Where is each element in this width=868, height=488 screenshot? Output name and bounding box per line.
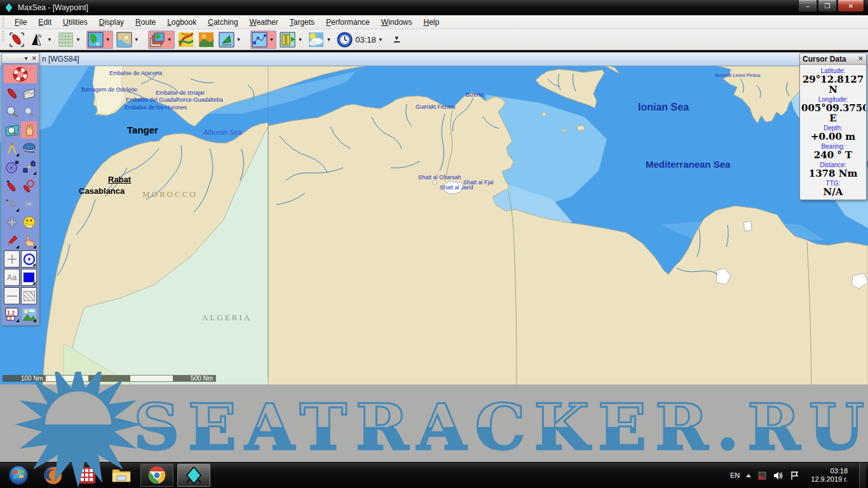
show-desktop-button[interactable] <box>859 463 865 488</box>
magnifier-large-icon <box>5 105 19 119</box>
raster-chart-tool[interactable]: R ▼ <box>116 32 140 48</box>
dropdown-caret[interactable]: ▼ <box>297 37 302 43</box>
topo-tool[interactable] <box>178 32 194 48</box>
clock[interactable]: 03:18 12.9.2019 г. <box>811 467 848 484</box>
tool-palette: ▾ ✕ <box>1 53 39 325</box>
language-indicator[interactable]: EN <box>730 471 740 479</box>
dropdown-caret[interactable]: ▼ <box>378 37 383 43</box>
north-tool[interactable]: N ▼ <box>29 32 53 48</box>
move-tool[interactable] <box>4 214 20 231</box>
palette-close-icon[interactable]: ✕ <box>32 55 37 62</box>
map-label-reservoir: Embalse de Aracena <box>109 70 162 76</box>
current-tool[interactable]: ▼ <box>219 32 243 48</box>
distance-value: 1378 Nm <box>801 168 865 179</box>
crosshair-style-button[interactable] <box>4 250 20 268</box>
photo-tool[interactable] <box>21 306 37 323</box>
menu-utilities[interactable]: Utilities <box>57 16 93 29</box>
grid-tool[interactable]: ▼ <box>58 32 82 48</box>
chart-canvas[interactable]: Embalse de Aracena Barragem de Odeleite … <box>0 66 868 385</box>
zoom-in-tool[interactable] <box>4 103 20 120</box>
menu-logbook[interactable]: Logbook <box>161 16 202 29</box>
calendar-icon: 1 2 3 <box>5 308 18 321</box>
menu-performance[interactable]: Performance <box>320 16 376 29</box>
menu-file[interactable]: File <box>9 16 32 29</box>
tray-date: 12.9.2019 г. <box>811 475 848 484</box>
time-tool[interactable]: 03:18 ▼ <box>337 32 384 48</box>
cursor-data-close-icon[interactable]: ✕ <box>858 55 864 63</box>
line-style-button[interactable] <box>4 287 20 304</box>
dropdown-caret[interactable]: ▼ <box>236 37 241 43</box>
menu-weather[interactable]: Weather <box>244 16 284 29</box>
action-center-flag-icon[interactable] <box>790 471 799 480</box>
pen-tool[interactable] <box>4 85 20 102</box>
circle-mark-tool[interactable] <box>21 177 37 194</box>
longitude-value: 005°09.3750 E <box>801 103 865 123</box>
scale-segment: 500 Nm <box>173 376 215 381</box>
tray-expand-icon[interactable] <box>746 474 751 477</box>
palette-menu-caret[interactable]: ▾ <box>25 55 28 62</box>
toolbar-overflow-caret[interactable]: ▼ <box>394 36 400 43</box>
mark-style-button[interactable] <box>21 250 37 268</box>
restore-button[interactable]: ❐ <box>818 0 837 12</box>
calendar-tool[interactable]: 1 2 3 <box>4 306 20 323</box>
annotate-pencil-tool[interactable] <box>4 232 20 249</box>
dropdown-caret[interactable]: ▼ <box>269 37 275 43</box>
map-label-alboran-sea: Alboran Sea <box>203 129 242 135</box>
dropdown-caret[interactable]: ▼ <box>47 37 52 43</box>
menu-display[interactable]: Display <box>93 16 130 29</box>
route-nodes-icon: + <box>22 160 36 174</box>
chart-layers-tool-active[interactable]: ▼ <box>148 30 175 49</box>
cut-tool[interactable]: ✂ <box>21 195 37 212</box>
dropdown-caret[interactable]: ▼ <box>105 37 111 43</box>
route-tool-active[interactable]: ▼ <box>250 30 277 49</box>
tide-tool[interactable]: ▼ <box>280 32 304 48</box>
mob-tool[interactable] <box>9 32 25 48</box>
emoticon-tool[interactable] <box>21 214 37 231</box>
fill-pattern-button[interactable] <box>21 287 37 304</box>
pan-tool-selected[interactable] <box>21 121 37 139</box>
menu-route[interactable]: Route <box>130 16 161 29</box>
chart-layers-icon <box>149 32 165 48</box>
menu-edit[interactable]: Edit <box>32 16 57 29</box>
dropdown-caret[interactable]: ▼ <box>326 37 331 43</box>
minimize-button[interactable]: – <box>798 0 817 12</box>
palette-titlebar: ▾ ✕ <box>2 53 39 63</box>
target-circles-icon <box>5 160 19 174</box>
topo-contours-icon <box>178 32 194 48</box>
mob-lifering-tool[interactable] <box>4 65 37 83</box>
vector-chart-tool-active[interactable]: V ▼ <box>86 30 113 49</box>
text-style-button[interactable]: Aa <box>4 269 20 286</box>
menu-targets[interactable]: Targets <box>284 16 320 29</box>
toolbar-grip2 <box>2 31 4 41</box>
sst-tool[interactable] <box>198 32 214 48</box>
menu-windows[interactable]: Windows <box>376 16 418 29</box>
volume-icon[interactable] <box>773 471 783 480</box>
polygon-tool[interactable]: + <box>4 195 20 212</box>
dropdown-caret[interactable]: ▼ <box>76 37 81 43</box>
mark-create-tool[interactable]: + <box>4 177 20 194</box>
maxsea-taskbar-button[interactable] <box>177 464 210 487</box>
map-label-city-tanger: Tanger <box>127 127 158 133</box>
menu-help[interactable]: Help <box>417 16 445 29</box>
tray-app-icon[interactable] <box>757 471 767 480</box>
weather-tool[interactable]: ▼ <box>308 32 332 48</box>
raster-chart-icon: R <box>116 32 132 48</box>
divider-tool[interactable] <box>4 140 20 157</box>
svg-text:+: + <box>6 198 9 203</box>
close-button[interactable]: ✕ <box>837 0 864 12</box>
dropdown-caret[interactable]: ▼ <box>134 37 139 43</box>
chart-sheet-icon <box>22 86 36 100</box>
select-point-tool[interactable] <box>21 232 37 249</box>
red-pencil-icon <box>6 234 18 247</box>
svg-text:1 2: 1 2 <box>7 309 15 316</box>
zoom-out-tool[interactable] <box>21 103 37 120</box>
route-create-tool[interactable]: + <box>21 158 37 175</box>
color-swatch-button[interactable] <box>21 269 37 286</box>
zoom-area-tool[interactable] <box>4 121 20 139</box>
measure-tool[interactable] <box>21 140 37 157</box>
chart-print-tool[interactable] <box>21 85 37 102</box>
window-title: MaxSea - [Waypoint] <box>18 3 88 12</box>
dropdown-caret[interactable]: ▼ <box>167 37 172 43</box>
menu-catching[interactable]: Catching <box>202 16 243 29</box>
target-tool[interactable] <box>4 158 20 175</box>
